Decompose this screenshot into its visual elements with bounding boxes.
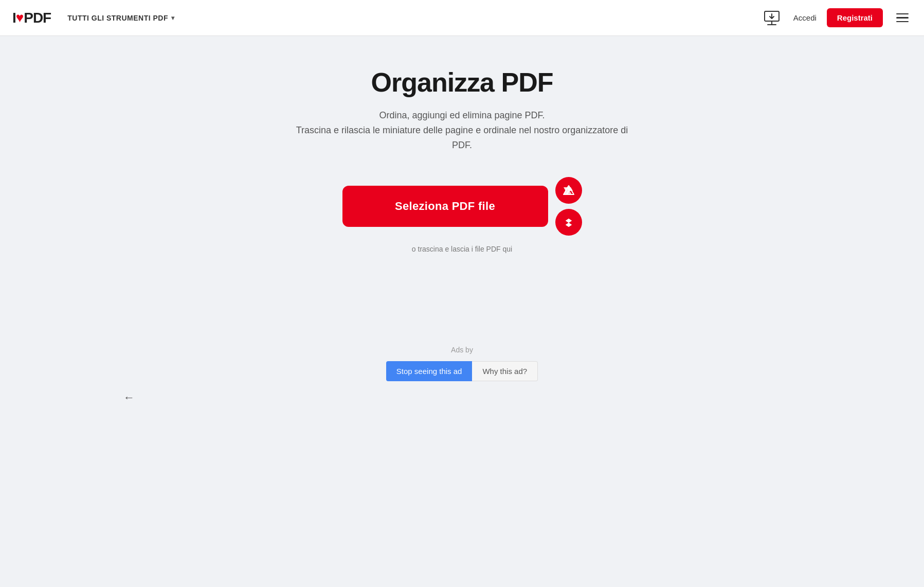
- page-subtitle: Ordina, aggiungi ed elimina pagine PDF. …: [287, 108, 637, 152]
- hamburger-line-2: [896, 17, 909, 19]
- site-header: I ♥ PDF TUTTI GLI STRUMENTI PDF ▾ Accedi…: [0, 0, 924, 36]
- dropbox-upload-button[interactable]: [555, 209, 582, 236]
- ads-by-label: Ads by: [451, 346, 473, 354]
- chevron-down-icon: ▾: [171, 14, 175, 22]
- main-content: Organizza PDF Ordina, aggiungi ed elimin…: [0, 36, 924, 412]
- stop-seeing-ad-button[interactable]: Stop seeing this ad: [386, 361, 473, 381]
- logo-heart-icon: ♥: [16, 10, 24, 26]
- select-pdf-button[interactable]: Seleziona PDF file: [342, 186, 548, 227]
- logo-text-pdf: PDF: [24, 10, 51, 26]
- drag-hint-text: o trascina e lascia i file PDF qui: [412, 245, 512, 253]
- monitor-download-icon: [764, 11, 780, 25]
- ad-buttons-group: Stop seeing this ad Why this ad?: [386, 361, 538, 381]
- download-app-button[interactable]: [760, 7, 783, 29]
- arrow-left-icon: ←: [123, 391, 135, 404]
- logo-text-i: I: [12, 10, 16, 26]
- nav-tools-label: TUTTI GLI STRUMENTI PDF: [67, 14, 168, 22]
- subtitle-line-2: Trascina e rilascia le miniature delle p…: [296, 125, 628, 150]
- google-drive-icon: [563, 185, 575, 196]
- back-arrow-button[interactable]: ←: [123, 391, 135, 404]
- subtitle-line-1: Ordina, aggiungi ed elimina pagine PDF.: [379, 110, 545, 120]
- svg-marker-9: [566, 219, 572, 223]
- header-right: Accedi Registrati: [760, 7, 912, 29]
- page-title: Organizza PDF: [371, 67, 553, 98]
- nav-tools-dropdown[interactable]: TUTTI GLI STRUMENTI PDF ▾: [67, 14, 174, 22]
- upload-area: Seleziona PDF file: [342, 177, 582, 236]
- hamburger-menu-button[interactable]: [893, 10, 912, 26]
- dropbox-icon: [563, 217, 574, 228]
- login-button[interactable]: Accedi: [793, 13, 817, 22]
- hamburger-line-3: [896, 21, 909, 23]
- cloud-upload-icons: [555, 177, 582, 236]
- svg-marker-10: [566, 223, 572, 227]
- why-this-ad-button[interactable]: Why this ad?: [472, 361, 538, 381]
- hamburger-line-1: [896, 13, 909, 15]
- logo[interactable]: I ♥ PDF: [12, 10, 51, 26]
- ad-section: Ads by Stop seeing this ad Why this ad?: [386, 346, 538, 381]
- register-button[interactable]: Registrati: [827, 8, 883, 27]
- google-drive-upload-button[interactable]: [555, 177, 582, 204]
